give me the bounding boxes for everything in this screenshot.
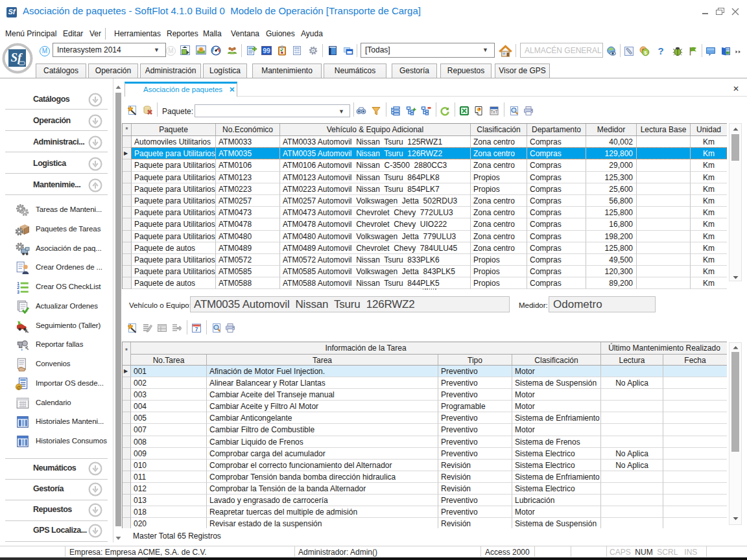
svg-text:99: 99 bbox=[263, 47, 270, 54]
svg-text:TxT: TxT bbox=[490, 110, 497, 114]
svg-text:Sf: Sf bbox=[11, 51, 23, 64]
svg-text:?: ? bbox=[658, 46, 663, 56]
svg-text:3: 3 bbox=[17, 290, 19, 294]
svg-text:$: $ bbox=[644, 50, 647, 56]
svg-text:@: @ bbox=[17, 384, 21, 389]
svg-text:7: 7 bbox=[195, 326, 198, 332]
